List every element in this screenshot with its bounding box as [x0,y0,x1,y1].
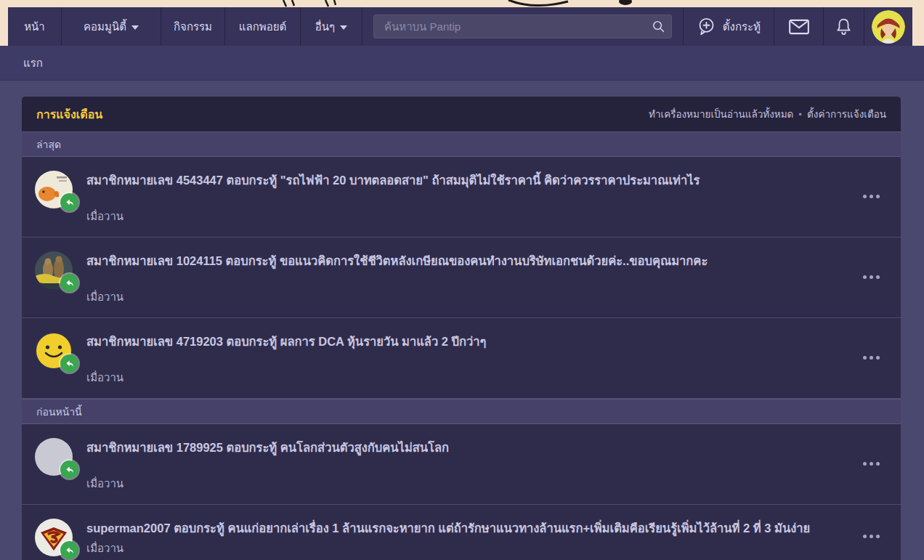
more-col [854,168,888,225]
new-topic-icon [697,17,716,36]
more-options-icon[interactable] [860,456,883,471]
notification-settings-link[interactable]: ตั้งค่าการแจ้งเตือน [807,106,886,122]
reply-icon [65,198,75,208]
notification-body: สมาชิกหมายเลข 1024115 ตอบกระทู้ ขอแนวคิด… [73,248,854,306]
new-topic-label: ตั้งกระทู้ [723,18,761,36]
more-options-icon[interactable] [860,189,883,204]
notification-row[interactable]: สมาชิกหมายเลข 4719203 ตอบกระทู้ ผลการ DC… [22,318,901,399]
reply-icon [65,359,75,369]
notification-body: superman2007 ตอบกระทู้ คนแก่อยากเล่าเรื่… [73,516,854,557]
nav-item-community[interactable]: คอมมูนิตี้ [62,7,161,46]
notification-row[interactable]: สมาชิกหมายเลข 4543447 ตอบกระทู้ "รถไฟฟ้า… [22,157,901,238]
chevron-down-icon [131,25,139,30]
nav-item-home[interactable]: หน้า [8,7,62,46]
messages-button[interactable] [774,7,824,46]
more-col [854,329,888,386]
chevron-down-icon [340,25,347,30]
notifications-button[interactable] [824,7,864,46]
panel-header-links: ทำเครื่องหมายเป็นอ่านแล้วทั้งหมด • ตั้งค… [649,106,886,122]
section-header-earlier: ก่อนหน้านี้ [22,399,901,424]
reply-icon [65,465,75,475]
nav-item-label: อื่นๆ [315,18,335,36]
subnav-label[interactable]: แรก [23,54,43,72]
more-col [854,248,888,306]
more-col [854,516,888,557]
notification-time: เมื่อวาน [86,208,832,225]
page-title: การแจ้งเตือน [36,105,102,123]
notification-body: สมาชิกหมายเลข 4719203 ตอบกระทู้ ผลการ DC… [73,329,854,386]
nav-item-label: คอมมูนิตี้ [84,18,126,36]
link-separator: • [798,109,802,120]
notification-time: เมื่อวาน [86,475,832,492]
nav-item-label: แลกพอยต์ [239,18,286,36]
reply-icon [65,545,75,556]
notifications-panel: การแจ้งเตือน ทำเครื่องหมายเป็นอ่านแล้วทั… [22,97,901,560]
reply-badge [60,274,78,292]
notification-row[interactable]: superman2007 ตอบกระทู้ คนแก่อยากเล่าเรื่… [22,505,901,560]
reply-icon [65,278,75,288]
search-input[interactable] [374,20,671,33]
mark-all-read-link[interactable]: ทำเครื่องหมายเป็นอ่านแล้วทั้งหมด [649,106,793,122]
avatar-wrap [35,332,73,370]
notification-body: สมาชิกหมายเลข 4543447 ตอบกระทู้ "รถไฟฟ้า… [73,168,854,225]
nav-item-label: กิจกรรม [174,18,212,36]
avatar-wrap [35,438,73,476]
notification-row[interactable]: สมาชิกหมายเลข 1789925 ตอบกระทู้ คนโลกส่ว… [22,424,901,505]
notification-text: สมาชิกหมายเลข 4543447 ตอบกระทู้ "รถไฟฟ้า… [86,172,832,189]
notification-text: สมาชิกหมายเลข 1789925 ตอบกระทู้ คนโลกส่ว… [86,439,832,456]
user-avatar [872,10,905,44]
bell-icon [835,17,852,36]
search-button[interactable] [652,15,665,38]
mail-icon [789,19,809,35]
section-header-recent: ล่าสุด [22,131,901,157]
nav-item-activity[interactable]: กิจกรรม [161,7,225,46]
notification-time: เมื่อวาน [86,369,832,386]
more-col [854,435,888,492]
avatar-wrap [35,251,73,289]
notification-time: เมื่อวาน [86,288,832,306]
avatar-wrap [35,171,73,208]
notification-text: superman2007 ตอบกระทู้ คนแก่อยากเล่าเรื่… [86,520,832,537]
section-label: ก่อนหน้านี้ [36,404,82,420]
notification-text: สมาชิกหมายเลข 4719203 ตอบกระทู้ ผลการ DC… [86,333,832,350]
panel-header: การแจ้งเตือน ทำเครื่องหมายเป็นอ่านแล้วทั… [22,97,901,131]
subnav-bar: แรก [0,46,924,81]
nav-item-label: หน้า [24,18,45,36]
nav-item-redeem-points[interactable]: แลกพอยต์ [225,7,301,46]
search-icon [652,20,665,33]
top-navbar: หน้า คอมมูนิตี้ กิจกรรม แลกพอยต์ อื่นๆ [8,7,912,46]
search-area [362,7,684,46]
notification-text: สมาชิกหมายเลข 1024115 ตอบกระทู้ ขอแนวคิด… [86,253,832,269]
notification-row[interactable]: สมาชิกหมายเลข 1024115 ตอบกระทู้ ขอแนวคิด… [22,238,901,318]
more-options-icon[interactable] [860,529,883,544]
more-options-icon[interactable] [860,350,883,365]
reply-badge [60,193,78,211]
jessie-avatar-image [872,10,905,44]
section-label: ล่าสุด [36,137,61,153]
notification-time: เมื่อวาน [86,540,832,557]
avatar-wrap [35,519,73,556]
new-topic-button[interactable]: ตั้งกระทู้ [684,7,774,46]
notification-body: สมาชิกหมายเลข 1789925 ตอบกระทู้ คนโลกส่ว… [73,435,854,492]
nav-item-more[interactable]: อื่นๆ [301,7,362,46]
more-options-icon[interactable] [860,269,883,285]
user-avatar-button[interactable] [864,7,912,46]
search-box [373,15,672,38]
